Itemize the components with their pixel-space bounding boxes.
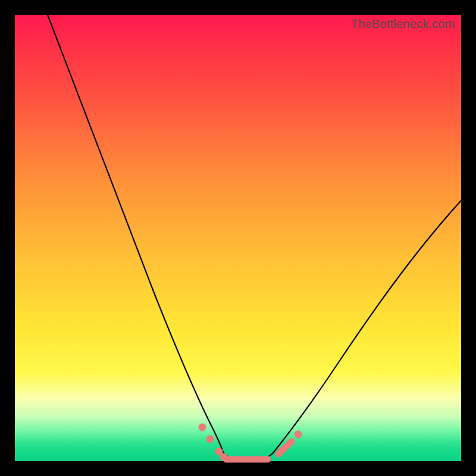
marker-left-2 [206, 436, 214, 443]
marker-right-1 [295, 431, 302, 439]
right-curve [274, 201, 461, 452]
plot-area: TheBottleneck.com [15, 15, 461, 461]
outer-frame: TheBottleneck.com [0, 0, 476, 476]
left-curve [48, 15, 223, 451]
chart-svg [15, 15, 461, 461]
marker-left-1 [199, 424, 206, 431]
